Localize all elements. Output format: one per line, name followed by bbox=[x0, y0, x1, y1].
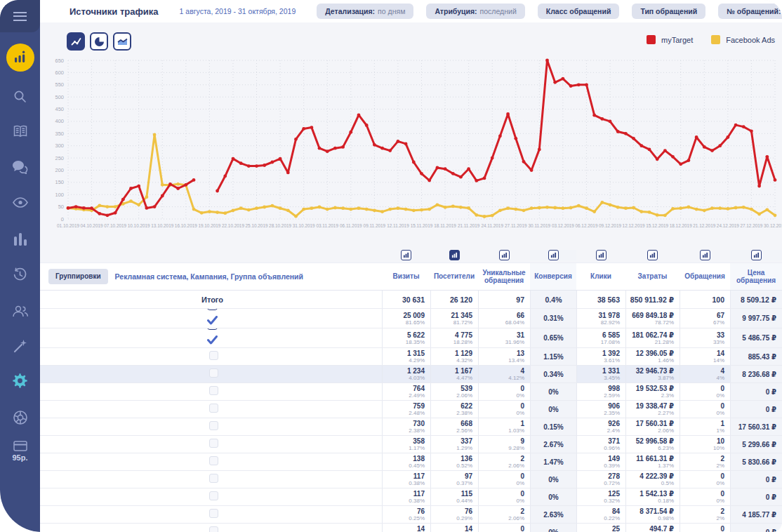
support-wheel-icon[interactable] bbox=[11, 408, 29, 427]
metric-cell: 0 ₽ bbox=[730, 488, 782, 505]
column-header-7[interactable]: Цена обращения bbox=[730, 263, 782, 290]
metric-chart-toggle-2[interactable] bbox=[499, 250, 510, 260]
svg-text:30.12.2019: 30.12.2019 bbox=[764, 223, 782, 228]
svg-text:15.11.2019: 15.11.2019 bbox=[411, 223, 433, 228]
menu-button[interactable] bbox=[0, 0, 40, 32]
contacts-icon[interactable] bbox=[11, 302, 29, 320]
column-header-6[interactable]: Обращения bbox=[680, 263, 730, 290]
sidebar: 95р. bbox=[0, 0, 40, 532]
row-checkbox[interactable] bbox=[209, 404, 218, 413]
svg-text:350: 350 bbox=[55, 131, 64, 137]
metric-cell: 3710.96% bbox=[576, 436, 625, 453]
column-header-3[interactable]: Конверсия bbox=[530, 263, 576, 290]
svg-text:21.12.2019: 21.12.2019 bbox=[693, 223, 715, 228]
metric-chart-toggle-5[interactable] bbox=[647, 250, 658, 260]
svg-text:07.10.2019: 07.10.2019 bbox=[104, 223, 126, 228]
metric-cell: 250.06% bbox=[576, 524, 625, 532]
campaign-row: +Кампания 5№ 66117599267302.38%6682.56%1… bbox=[40, 418, 782, 436]
row-checkbox[interactable] bbox=[209, 421, 218, 430]
totals-cell: 26 120 bbox=[430, 291, 478, 308]
column-header-1[interactable]: Посетители bbox=[430, 263, 478, 290]
metric-chart-toggle-7[interactable] bbox=[751, 250, 762, 260]
metric-cell: 1313.4% bbox=[478, 348, 530, 365]
metric-chart-toggle-0[interactable] bbox=[401, 250, 411, 260]
filter-chip-4[interactable]: № обращений:все bbox=[718, 4, 782, 19]
totals-label: Итого bbox=[201, 295, 223, 304]
area-chart-button[interactable] bbox=[113, 32, 131, 51]
metric-cell: 00% bbox=[478, 524, 530, 532]
metric-cell: 00% bbox=[478, 488, 530, 505]
filter-chip-0[interactable]: Детализация:по дням bbox=[317, 4, 413, 19]
filter-chip-1[interactable]: Атрибуция:последний bbox=[426, 4, 524, 19]
svg-text:250: 250 bbox=[55, 155, 64, 161]
balance-label[interactable]: 95р. bbox=[0, 453, 40, 462]
totals-cell: 30 631 bbox=[382, 291, 430, 308]
search-icon[interactable] bbox=[11, 87, 29, 105]
svg-text:19.10.2019: 19.10.2019 bbox=[198, 223, 220, 228]
metric-cell: 0 ₽ bbox=[730, 524, 782, 532]
legend-item-0[interactable]: myTarget bbox=[647, 35, 693, 44]
column-header-0[interactable]: Визиты bbox=[382, 263, 430, 290]
settings-gear-icon[interactable] bbox=[11, 372, 29, 390]
metric-cell: 12 396.05 ₽1.46% bbox=[625, 348, 680, 365]
groupings-button[interactable]: Группировки bbox=[48, 269, 108, 284]
metric-cell: 6 58517.08% bbox=[576, 328, 625, 347]
metric-cell: 7302.38% bbox=[382, 418, 430, 435]
column-header-5[interactable]: Затраты bbox=[625, 263, 680, 290]
row-checkbox[interactable] bbox=[209, 439, 218, 448]
svg-text:31.10.2019: 31.10.2019 bbox=[293, 223, 315, 228]
pie-chart-icon bbox=[94, 36, 105, 47]
billing-card-icon[interactable] bbox=[11, 437, 29, 455]
metric-cell: 6222.38% bbox=[430, 401, 478, 418]
row-checkbox[interactable] bbox=[209, 386, 218, 395]
legend-item-1[interactable]: Facebook Ads bbox=[711, 35, 775, 44]
reports-logo-icon[interactable] bbox=[6, 44, 34, 72]
metric-cell: 1170.38% bbox=[382, 488, 430, 505]
metric-chart-toggle-3[interactable] bbox=[548, 250, 559, 260]
totals-cell: 97 bbox=[478, 291, 530, 308]
row-checkbox[interactable] bbox=[209, 491, 218, 500]
journal-icon[interactable] bbox=[11, 122, 29, 140]
row-checkbox[interactable] bbox=[209, 526, 218, 532]
grouping-title[interactable]: Рекламная система, Кампания, Группа объя… bbox=[115, 272, 303, 281]
stats-icon[interactable] bbox=[11, 230, 29, 248]
metric-cell: 11.03% bbox=[478, 418, 530, 435]
history-icon[interactable] bbox=[11, 265, 29, 284]
metric-chart-toggle-6[interactable] bbox=[700, 250, 710, 260]
pie-chart-button[interactable] bbox=[90, 32, 108, 51]
column-header-4[interactable]: Клики bbox=[576, 263, 625, 290]
metric-cell: 669 849.18 ₽78.72% bbox=[625, 309, 680, 328]
eye-icon[interactable] bbox=[11, 193, 29, 211]
metric-cell: 1 542.13 ₽0.18% bbox=[625, 488, 680, 505]
column-header-2[interactable]: Уникальные обращения bbox=[478, 263, 530, 290]
metric-cell: 00% bbox=[478, 401, 530, 418]
collapse-button[interactable]: – bbox=[206, 328, 218, 330]
row-checkbox[interactable] bbox=[209, 456, 218, 465]
row-checkbox[interactable] bbox=[209, 509, 218, 518]
system-row: –Facebook Ads5 62218.35%4 77518.28%3131.… bbox=[40, 328, 782, 348]
expand-button[interactable]: + bbox=[206, 309, 218, 310]
traffic-line-chart[interactable]: 0501001502002503003504004505005506006500… bbox=[40, 53, 782, 241]
magic-wand-icon[interactable] bbox=[11, 337, 29, 355]
metric-cell: 0 ₽ bbox=[730, 471, 782, 488]
date-range-filter[interactable]: 1 августа, 2019 - 31 октября, 2019 bbox=[171, 4, 305, 19]
metric-cell: 25 00981.65% bbox=[382, 309, 430, 328]
metric-cell: 140.05% bbox=[430, 524, 478, 532]
metric-cell: 5 299.66 ₽ bbox=[730, 436, 782, 453]
filter-chip-3[interactable]: Тип обращений bbox=[632, 4, 705, 19]
row-checkbox[interactable] bbox=[209, 474, 218, 483]
row-checkbox[interactable] bbox=[209, 368, 218, 378]
svg-text:25.10.2019: 25.10.2019 bbox=[246, 223, 268, 228]
row-checkbox[interactable] bbox=[209, 351, 218, 360]
metric-cell: 1490.39% bbox=[576, 453, 625, 470]
chats-icon[interactable] bbox=[11, 158, 29, 176]
filter-chip-2[interactable]: Класс обращений bbox=[538, 4, 620, 19]
metric-chart-toggle-1[interactable] bbox=[449, 250, 460, 260]
metric-chart-toggle-4[interactable] bbox=[596, 250, 607, 260]
metric-cell: 1 1294.32% bbox=[430, 348, 478, 365]
row-selected-check[interactable] bbox=[207, 335, 218, 345]
metric-cell: 00% bbox=[680, 401, 730, 418]
row-selected-check[interactable] bbox=[207, 316, 218, 325]
line-chart-button[interactable] bbox=[67, 32, 85, 51]
metric-cell: 1414% bbox=[680, 348, 730, 365]
